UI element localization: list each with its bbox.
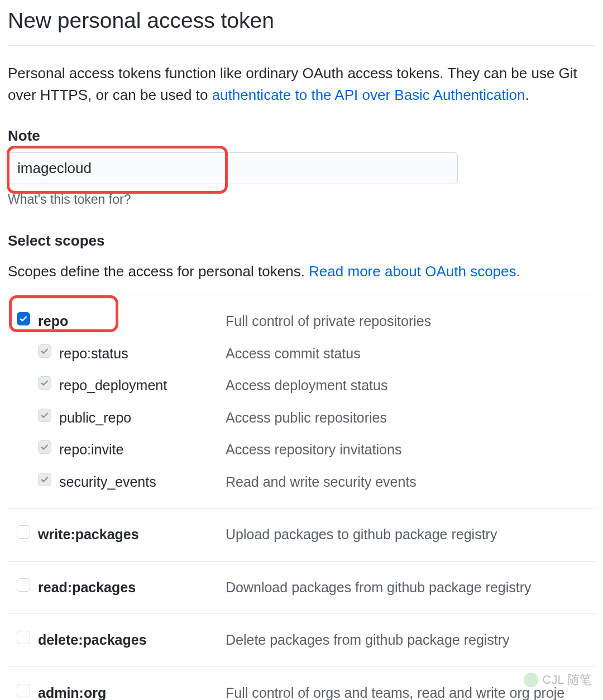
- scopes-intro-prefix: Scopes define the access for personal to…: [8, 263, 309, 280]
- checkbox[interactable]: [38, 409, 51, 422]
- scope-name[interactable]: admin:org: [38, 683, 226, 701]
- scope-row-child: repo:inviteAccess repository invitations: [8, 434, 595, 466]
- scope-description: Full control of private repositories: [226, 311, 595, 332]
- checkbox[interactable]: [38, 344, 51, 358]
- checkbox[interactable]: [17, 631, 30, 644]
- checkbox[interactable]: [38, 440, 51, 454]
- scope-description: Upload packages to github package regist…: [226, 524, 595, 545]
- note-input[interactable]: [8, 152, 458, 184]
- scope-name[interactable]: write:packages: [38, 524, 226, 545]
- select-scopes-heading: Select scopes: [8, 230, 595, 252]
- scope-description: Delete packages from github package regi…: [226, 630, 595, 651]
- scope-row: read:packagesDownload packages from gith…: [8, 572, 595, 604]
- scope-description: Access commit status: [226, 343, 595, 365]
- scope-description: Read and write security events: [226, 472, 595, 493]
- checkbox[interactable]: [17, 684, 30, 697]
- scope-group: repoFull control of private repositories…: [8, 295, 595, 509]
- scope-name[interactable]: repo_deployment: [59, 375, 226, 396]
- scope-row: repoFull control of private repositories: [8, 305, 595, 338]
- checkbox[interactable]: [38, 473, 51, 486]
- checkbox[interactable]: [38, 376, 51, 390]
- note-label: Note: [8, 125, 595, 147]
- scope-name[interactable]: security_events: [59, 472, 226, 493]
- scope-row: admin:orgFull control of orgs and teams,…: [8, 677, 595, 701]
- scope-name[interactable]: public_repo: [59, 407, 226, 429]
- scope-group: write:packagesUpload packages to github …: [8, 509, 595, 562]
- scope-description: Access deployment status: [226, 375, 595, 396]
- scope-name[interactable]: read:packages: [38, 577, 226, 598]
- checkbox[interactable]: [17, 312, 30, 325]
- scope-row-child: public_repoAccess public repositories: [8, 402, 595, 434]
- intro-text: Personal access tokens function like ord…: [8, 63, 595, 106]
- scope-description: Access repository invitations: [226, 439, 595, 461]
- scope-group: admin:orgFull control of orgs and teams,…: [8, 667, 595, 701]
- note-hint: What's this token for?: [8, 190, 595, 209]
- scope-table: repoFull control of private repositories…: [8, 295, 595, 700]
- scope-name[interactable]: delete:packages: [38, 630, 226, 651]
- scope-row-child: repo_deploymentAccess deployment status: [8, 370, 595, 402]
- intro-suffix: .: [525, 87, 529, 103]
- scopes-intro-link[interactable]: Read more about OAuth scopes.: [309, 263, 520, 280]
- scope-name[interactable]: repo:invite: [59, 439, 226, 461]
- scope-description: Access public repositories: [226, 407, 595, 429]
- scope-group: delete:packagesDelete packages from gith…: [8, 614, 595, 667]
- intro-auth-link[interactable]: authenticate to the API over Basic Authe…: [212, 87, 525, 103]
- checkbox[interactable]: [17, 578, 30, 592]
- scope-name[interactable]: repo:status: [59, 343, 226, 365]
- scope-name[interactable]: repo: [38, 311, 226, 332]
- scope-row: write:packagesUpload packages to github …: [8, 519, 595, 551]
- scope-description: Download packages from github package re…: [226, 577, 595, 598]
- scope-group: read:packagesDownload packages from gith…: [8, 562, 595, 615]
- scope-row-child: security_eventsRead and write security e…: [8, 466, 595, 498]
- scopes-intro: Scopes define the access for personal to…: [8, 261, 595, 282]
- scope-description: Full control of orgs and teams, read and…: [226, 683, 595, 701]
- page-title: New personal access token: [8, 0, 595, 46]
- scope-row-child: repo:statusAccess commit status: [8, 338, 595, 370]
- scope-row: delete:packagesDelete packages from gith…: [8, 624, 595, 656]
- checkbox[interactable]: [17, 525, 30, 539]
